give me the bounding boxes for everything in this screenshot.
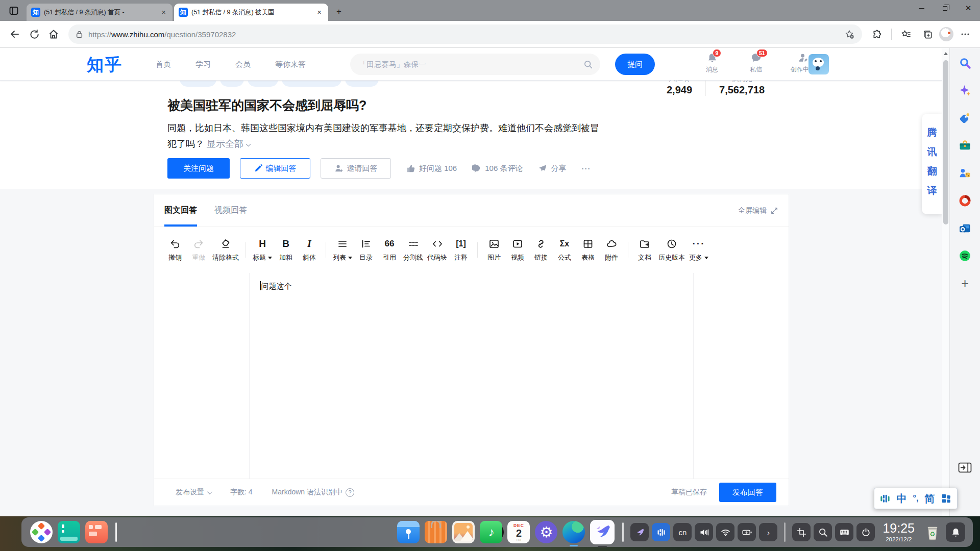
- sidebar-outlook-icon[interactable]: [959, 221, 972, 235]
- browser-tab-question[interactable]: 知 (51 封私信 / 9 条消息) 被美国: [174, 4, 328, 21]
- tool-heading[interactable]: H 标题: [251, 238, 274, 262]
- topic-tag-pill[interactable]: [248, 81, 278, 87]
- settings-app-icon[interactable]: ⚙: [534, 520, 558, 544]
- tool-footnote[interactable]: [1] 注释: [449, 238, 473, 262]
- collections-icon[interactable]: [918, 24, 937, 44]
- ime-punctuation[interactable]: °,: [913, 493, 919, 504]
- sidebar-search-icon[interactable]: [959, 56, 972, 69]
- nav-item-answer[interactable]: 等你来答: [275, 60, 306, 69]
- store-bag-icon[interactable]: [424, 520, 448, 544]
- address-bar[interactable]: https://www.zhihu.com/question/359702832: [68, 24, 862, 44]
- good-question-button[interactable]: 好问题 106: [406, 164, 457, 173]
- share-button[interactable]: 分享: [538, 164, 566, 173]
- browser-profile-avatar[interactable]: [939, 27, 953, 41]
- battery-icon[interactable]: [738, 523, 756, 541]
- browser-tab-home[interactable]: 知 (51 封私信 / 9 条消息) 首页 -: [27, 4, 173, 21]
- ime-charset-simplified[interactable]: 简: [924, 492, 935, 506]
- tray-bird-icon[interactable]: [630, 523, 649, 541]
- tray-language-indicator[interactable]: cn: [673, 523, 692, 541]
- topic-tag-pill[interactable]: [345, 81, 379, 87]
- tool-document[interactable]: 文档: [633, 238, 656, 262]
- show-all-link[interactable]: 显示全部: [207, 139, 249, 149]
- calendar-app-icon[interactable]: DEC 2 FRI: [507, 520, 530, 544]
- search-tool-icon[interactable]: [814, 523, 832, 541]
- help-icon[interactable]: [346, 488, 354, 497]
- scrollbar-thumb[interactable]: [943, 60, 948, 224]
- nav-item-home[interactable]: 首页: [156, 60, 171, 69]
- tool-redo[interactable]: 重做: [187, 238, 210, 262]
- screenshot-icon[interactable]: [792, 523, 811, 541]
- user-avatar[interactable]: [808, 54, 829, 74]
- fullscreen-edit-button[interactable]: 全屏编辑: [738, 206, 778, 215]
- open-sidebar-icon[interactable]: [958, 462, 972, 475]
- tool-toc[interactable]: 目录: [354, 238, 378, 262]
- tool-undo[interactable]: 撤销: [163, 238, 187, 262]
- photos-app-icon[interactable]: [452, 520, 475, 544]
- zhihu-logo[interactable]: 知乎: [87, 54, 122, 77]
- tool-video[interactable]: 视频: [506, 238, 529, 262]
- new-tab-button[interactable]: [332, 5, 346, 18]
- edit-answer-button[interactable]: 编辑回答: [240, 158, 310, 179]
- tray-ime-icon[interactable]: [652, 523, 670, 541]
- tab-actions-icon[interactable]: [6, 3, 21, 18]
- settings-menu-icon[interactable]: [955, 24, 975, 44]
- volume-icon[interactable]: [695, 523, 713, 541]
- tool-attachment[interactable]: 附件: [600, 238, 623, 262]
- tool-quote[interactable]: 66 引用: [378, 238, 401, 262]
- ask-question-button[interactable]: 提问: [615, 54, 655, 75]
- ime-layout-icon[interactable]: [941, 493, 952, 504]
- messages-item[interactable]: 9 消息: [698, 52, 726, 74]
- launcher-icon[interactable]: [30, 520, 53, 544]
- topic-tag-pill[interactable]: [282, 81, 341, 87]
- keyboard-icon[interactable]: [835, 523, 853, 541]
- taskbar-clock[interactable]: 19:25 2022/12/2: [883, 522, 915, 543]
- tool-divider-line[interactable]: 分割线: [401, 238, 425, 262]
- scroll-up-icon[interactable]: [944, 52, 948, 55]
- bird-app-icon[interactable]: [590, 519, 615, 545]
- extensions-icon[interactable]: [867, 24, 887, 44]
- tool-link[interactable]: 链接: [529, 238, 553, 262]
- sidebar-shopping-icon[interactable]: [959, 111, 972, 124]
- sidebar-spotify-icon[interactable]: [959, 249, 972, 262]
- ime-mode-chinese[interactable]: 中: [897, 492, 907, 506]
- back-button[interactable]: [5, 24, 24, 44]
- sidebar-games-icon[interactable]: [959, 166, 972, 180]
- tencent-translate-panel[interactable]: 腾 讯 翻 译: [922, 114, 942, 214]
- trash-icon[interactable]: ♻: [923, 521, 942, 543]
- files-app-icon[interactable]: [397, 520, 420, 544]
- tab-text-answer[interactable]: 图文回答: [164, 194, 197, 227]
- notifications-bell-icon[interactable]: [946, 522, 965, 542]
- publish-answer-button[interactable]: 发布回答: [719, 483, 776, 502]
- add-favorite-icon[interactable]: [840, 24, 859, 44]
- tool-table[interactable]: 表格: [576, 238, 600, 262]
- home-button[interactable]: [44, 24, 63, 44]
- invite-answer-button[interactable]: 邀请回答: [321, 158, 391, 179]
- tool-clear-format[interactable]: 清除格式: [210, 238, 241, 262]
- editor-text-area[interactable]: 问题这个: [249, 273, 694, 479]
- topic-tag-pill[interactable]: [220, 81, 244, 87]
- power-icon[interactable]: [856, 523, 875, 541]
- sidebar-office-icon[interactable]: [959, 194, 972, 207]
- search-box[interactable]: [350, 54, 600, 75]
- nav-item-learn[interactable]: 学习: [195, 60, 211, 69]
- close-tab-icon[interactable]: [315, 8, 324, 17]
- appstore-icon[interactable]: [85, 520, 108, 544]
- topic-tag-pill[interactable]: [180, 81, 216, 87]
- tool-history[interactable]: 历史版本: [656, 238, 687, 262]
- page-scrollbar[interactable]: [942, 48, 949, 516]
- sidebar-copilot-icon[interactable]: [959, 84, 972, 97]
- wifi-icon[interactable]: [716, 523, 734, 541]
- comments-button[interactable]: 106 条评论: [472, 164, 523, 173]
- tab-video-answer[interactable]: 视频回答: [214, 194, 247, 227]
- tool-formula[interactable]: Σx 公式: [553, 238, 576, 262]
- music-app-icon[interactable]: ♪: [479, 520, 503, 544]
- ime-logo-icon[interactable]: [879, 493, 891, 504]
- tool-bold[interactable]: B 加粗: [274, 238, 298, 262]
- private-messages-item[interactable]: 51 私信: [742, 52, 770, 74]
- restore-button[interactable]: [933, 0, 957, 16]
- publish-settings-button[interactable]: 发布设置: [176, 488, 211, 497]
- tool-italic[interactable]: I 斜体: [298, 238, 321, 262]
- search-input[interactable]: [359, 60, 583, 68]
- sidebar-tools-icon[interactable]: [959, 139, 972, 152]
- close-window-button[interactable]: [957, 0, 980, 16]
